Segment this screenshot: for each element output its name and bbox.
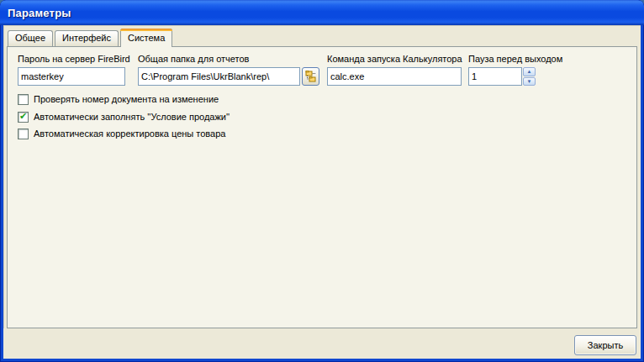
tab-general[interactable]: Общее — [8, 30, 53, 46]
pause-spinner: ▲ ▼ — [523, 67, 536, 86]
pause-input[interactable] — [468, 67, 522, 86]
firebird-password-label: Пароль на сервер FireBird — [18, 54, 130, 64]
pause-label: Пауза перед выходом — [468, 54, 562, 64]
checkbox-auto-price-correction[interactable]: ✔ Автоматическая корректировка цены това… — [18, 128, 225, 139]
reports-folder-input[interactable] — [138, 67, 300, 86]
browse-folder-button[interactable] — [302, 67, 319, 86]
checkbox-autofill-sale-condition[interactable]: ✔ Автоматически заполнять ''Условие прод… — [18, 111, 230, 123]
firebird-password-input[interactable] — [18, 67, 125, 86]
reports-folder-label: Общая папка для отчетов — [138, 54, 249, 64]
checkbox-verify-docnum[interactable]: ✔ Проверять номер документа на изменение — [18, 93, 219, 105]
folder-tree-icon — [305, 71, 317, 82]
spin-up-icon[interactable]: ▲ — [523, 67, 536, 76]
checkbox-icon[interactable]: ✔ — [18, 94, 29, 105]
tab-interface[interactable]: Интерфейс — [55, 30, 119, 46]
checkbox-icon[interactable]: ✔ — [18, 129, 29, 139]
tab-system[interactable]: Система — [120, 29, 172, 47]
tab-strip: Общее Интерфейс Система — [8, 28, 174, 46]
spin-down-icon[interactable]: ▼ — [523, 77, 536, 87]
check-mark-icon: ✔ — [19, 112, 27, 121]
calc-command-label: Команда запуска Калькулятора — [327, 54, 462, 64]
parameters-dialog: Параметры Общее Интерфейс Система Пароль… — [0, 0, 644, 362]
system-tab-page: Пароль на сервер FireBird Общая папка дл… — [7, 46, 637, 328]
window-title: Параметры — [0, 7, 71, 19]
calc-command-input[interactable] — [327, 67, 462, 86]
footer-panel: Закрыть — [3, 328, 641, 359]
checkbox-label: Проверять номер документа на изменение — [34, 94, 219, 104]
dialog-client-area: Общее Интерфейс Система Пароль на сервер… — [3, 25, 641, 359]
checkbox-label: Автоматическая корректировка цены товара — [34, 129, 225, 139]
checkbox-icon[interactable]: ✔ — [18, 112, 29, 123]
close-button[interactable]: Закрыть — [574, 335, 636, 355]
title-bar[interactable]: Параметры — [0, 0, 644, 25]
checkbox-label: Автоматически заполнять ''Условие продаж… — [34, 112, 230, 122]
